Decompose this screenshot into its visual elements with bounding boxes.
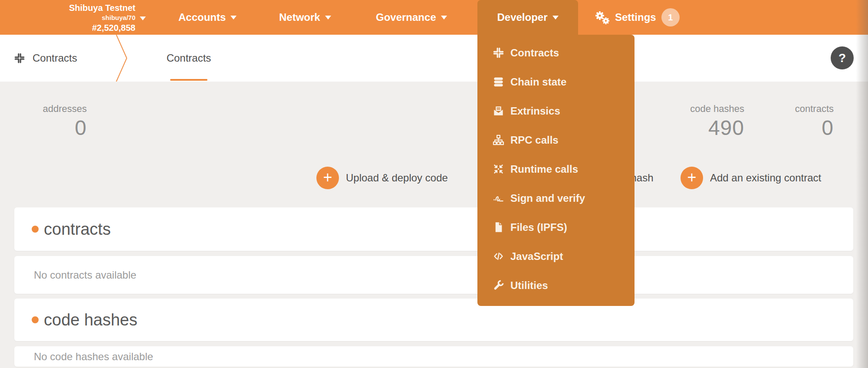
plus-icon: + bbox=[316, 167, 339, 189]
add-existing-contract-button[interactable]: + Add an existing contract bbox=[681, 167, 821, 189]
file-icon bbox=[492, 221, 505, 234]
chevron-down-icon bbox=[552, 16, 559, 20]
nav-item-settings[interactable]: Settings 1 bbox=[594, 0, 680, 35]
nav-item-accounts[interactable]: Accounts bbox=[178, 0, 237, 35]
database-icon bbox=[492, 76, 505, 89]
chevron-down-icon bbox=[325, 16, 331, 20]
wrench-icon bbox=[492, 279, 505, 292]
breadcrumb: Contracts bbox=[14, 35, 77, 82]
chevron-down-icon bbox=[441, 16, 447, 20]
dev-menu-item-javascript[interactable]: JavaScript bbox=[477, 242, 635, 271]
sitemap-icon bbox=[492, 134, 505, 147]
network-info[interactable]: Shibuya Testnet shibuya/70 #2,520,858 bbox=[26, 3, 135, 33]
plus-icon: + bbox=[681, 167, 703, 189]
section-title: contracts bbox=[44, 220, 111, 239]
settings-count-badge: 1 bbox=[661, 8, 680, 26]
section-title: code hashes bbox=[44, 311, 138, 329]
section-dot-icon bbox=[32, 316, 39, 323]
dev-menu-item-contracts[interactable]: Contracts bbox=[477, 38, 635, 67]
nav-item-governance[interactable]: Governance bbox=[376, 0, 447, 35]
chevron-down-icon bbox=[230, 16, 237, 20]
breadcrumb-label: Contracts bbox=[33, 52, 77, 64]
signature-icon bbox=[492, 192, 505, 205]
upload-deploy-code-button[interactable]: + Upload & deploy code bbox=[316, 167, 448, 189]
compress-icon bbox=[492, 46, 505, 59]
dev-menu-item-chain-state[interactable]: Chain state bbox=[477, 67, 635, 96]
section-dot-icon bbox=[32, 226, 39, 233]
dev-menu-item-sign-and-verify[interactable]: Sign and verify bbox=[477, 184, 635, 213]
chevron-down-icon bbox=[140, 16, 146, 20]
breadcrumb-divider bbox=[111, 35, 131, 82]
gears-icon bbox=[594, 10, 610, 25]
network-name: Shibuya Testnet bbox=[26, 3, 135, 13]
dev-menu-item-utilities[interactable]: Utilities bbox=[477, 271, 635, 300]
compress-icon bbox=[14, 53, 25, 64]
envelope-open-text-icon bbox=[492, 105, 505, 118]
help-button[interactable]: ? bbox=[831, 46, 854, 69]
stat-contracts: contracts 0 bbox=[747, 103, 834, 140]
stat-code-hashes: code hashes 490 bbox=[658, 103, 744, 140]
stat-addresses: addresses 0 bbox=[17, 103, 87, 140]
top-navbar: Shibuya Testnet shibuya/70 #2,520,858 Ac… bbox=[0, 0, 868, 35]
active-tab-underline bbox=[170, 79, 207, 81]
code-hashes-empty-row: No code hashes available bbox=[14, 346, 853, 367]
question-mark-icon: ? bbox=[838, 51, 846, 65]
dev-menu-item-rpc-calls[interactable]: RPC calls bbox=[477, 125, 635, 154]
block-number: #2,520,858 bbox=[26, 23, 135, 33]
dev-menu-item-files-ipfs[interactable]: Files (IPFS) bbox=[477, 213, 635, 242]
code-icon bbox=[492, 250, 505, 263]
contracts-empty-row: No contracts available bbox=[14, 256, 853, 294]
network-chain[interactable]: shibuya/70 bbox=[26, 14, 135, 22]
contracts-section-header: contracts bbox=[14, 207, 853, 251]
page-header-bar: Contracts Contracts ? bbox=[0, 35, 868, 82]
dev-menu-item-extrinsics[interactable]: Extrinsics bbox=[477, 96, 635, 125]
developer-dropdown-menu: Contracts Chain state Extrinsics bbox=[477, 35, 635, 306]
nav-item-network[interactable]: Network bbox=[279, 0, 331, 35]
tab-contracts[interactable]: Contracts bbox=[162, 35, 216, 82]
compress-arrows-icon bbox=[492, 163, 505, 176]
nav-item-developer[interactable]: Developer bbox=[477, 0, 578, 35]
code-hashes-section-header: code hashes bbox=[14, 299, 853, 341]
dev-menu-item-runtime-calls[interactable]: Runtime calls bbox=[477, 154, 635, 184]
